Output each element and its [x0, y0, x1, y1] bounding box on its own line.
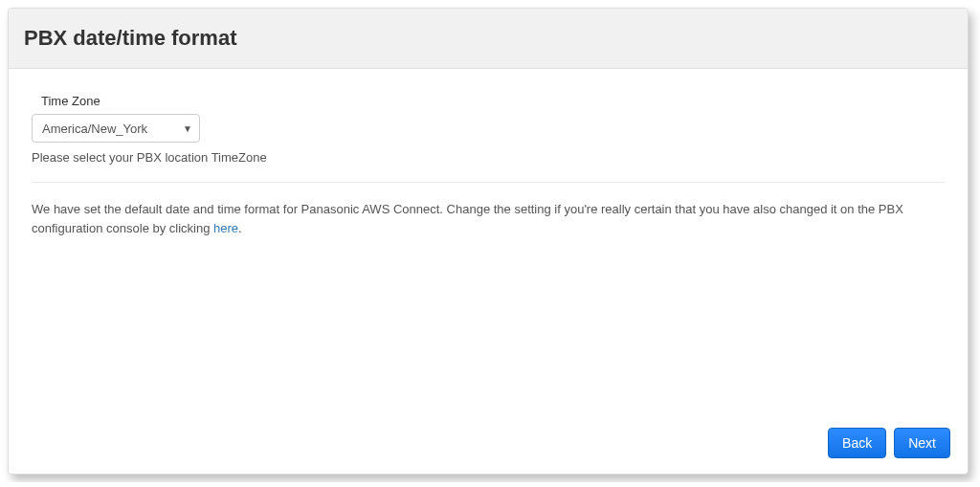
here-link[interactable]: here: [213, 221, 238, 235]
panel-header: PBX date/time format: [9, 9, 968, 69]
timezone-help-text: Please select your PBX location TimeZone: [32, 150, 945, 165]
panel-footer: Back Next: [9, 418, 968, 474]
settings-panel: PBX date/time format Time Zone America/N…: [8, 8, 969, 475]
info-text-main: We have set the default date and time fo…: [32, 202, 903, 235]
next-button[interactable]: Next: [894, 428, 950, 458]
page-title: PBX date/time format: [24, 26, 952, 51]
info-text: We have set the default date and time fo…: [32, 200, 945, 237]
timezone-select-wrap: America/New_York ▼: [32, 114, 200, 143]
timezone-select[interactable]: America/New_York: [32, 114, 200, 143]
panel-body: Time Zone America/New_York ▼ Please sele…: [9, 69, 968, 418]
divider: [32, 182, 945, 183]
back-button[interactable]: Back: [828, 428, 886, 458]
timezone-label: Time Zone: [41, 94, 945, 108]
info-text-suffix: .: [238, 221, 242, 235]
